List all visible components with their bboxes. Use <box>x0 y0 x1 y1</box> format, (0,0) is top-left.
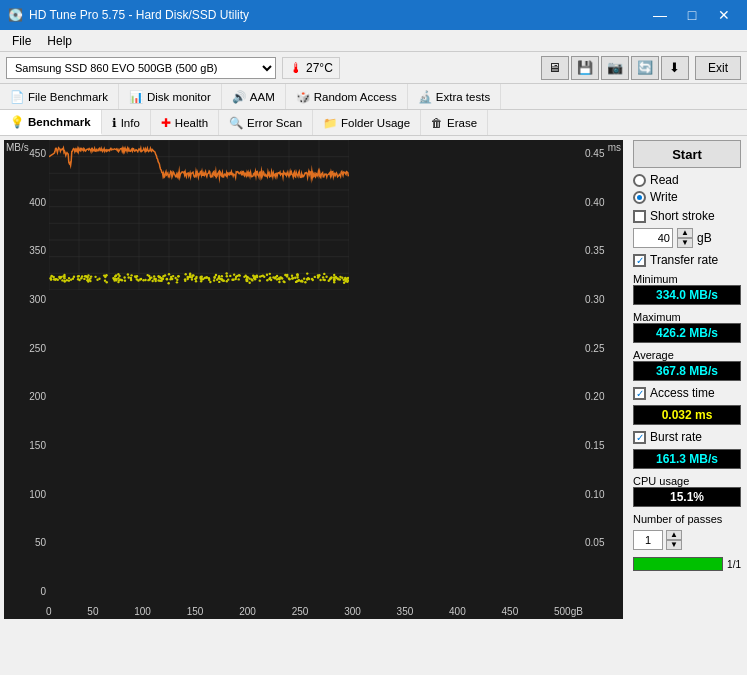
burst-rate-checkbox[interactable]: ✓ Burst rate <box>633 430 741 444</box>
temperature-badge: 🌡 27°C <box>282 57 340 79</box>
short-stroke-check-box <box>633 210 646 223</box>
tab-benchmark[interactable]: 💡 Benchmark <box>0 110 102 135</box>
write-radio-circle <box>633 191 646 204</box>
access-time-value: 0.032 ms <box>633 405 741 425</box>
toolbar: Samsung SSD 860 EVO 500GB (500 gB) 🌡 27°… <box>0 52 747 84</box>
read-write-group: Read Write <box>633 173 741 204</box>
start-button[interactable]: Start <box>633 140 741 168</box>
tab-error-scan[interactable]: 🔍 Error Scan <box>219 110 313 135</box>
menu-help[interactable]: Help <box>39 32 80 50</box>
transfer-rate-checkbox[interactable]: ✓ Transfer rate <box>633 253 741 267</box>
transfer-rate-check-box: ✓ <box>633 254 646 267</box>
tabs-row2: 💡 Benchmark ℹ Info ✚ Health 🔍 Error Scan… <box>0 110 747 136</box>
average-value: 367.8 MB/s <box>633 361 741 381</box>
tab-random-access[interactable]: 🎲 Random Access <box>286 84 408 109</box>
access-time-checkbox[interactable]: ✓ Access time <box>633 386 741 400</box>
tab-file-benchmark[interactable]: 📄 File Benchmark <box>0 84 119 109</box>
burst-rate-value: 161.3 MB/s <box>633 449 741 469</box>
disk-select[interactable]: Samsung SSD 860 EVO 500GB (500 gB) <box>6 57 276 79</box>
tabs-row1: 📄 File Benchmark 📊 Disk monitor 🔊 AAM 🎲 … <box>0 84 747 110</box>
tab-aam[interactable]: 🔊 AAM <box>222 84 286 109</box>
maximize-button[interactable]: □ <box>677 0 707 30</box>
toolbar-btn-3[interactable]: 📷 <box>601 56 629 80</box>
aam-icon: 🔊 <box>232 90 246 104</box>
passes-input[interactable] <box>633 530 663 550</box>
close-button[interactable]: ✕ <box>709 0 739 30</box>
tab-extra-tests[interactable]: 🔬 Extra tests <box>408 84 501 109</box>
y-right-axis: 0.45 0.40 0.35 0.30 0.25 0.20 0.15 0.10 … <box>585 148 621 597</box>
maximum-section: Maximum 426.2 MB/s <box>633 310 741 343</box>
read-radio[interactable]: Read <box>633 173 741 187</box>
minimum-value: 334.0 MB/s <box>633 285 741 305</box>
folder-usage-icon: 📁 <box>323 116 337 130</box>
app-title: HD Tune Pro 5.75 - Hard Disk/SSD Utility <box>29 8 249 22</box>
access-time-check-box: ✓ <box>633 387 646 400</box>
toolbar-btn-4[interactable]: 🔄 <box>631 56 659 80</box>
cpu-usage-section: CPU usage 15.1% <box>633 474 741 507</box>
x-axis: 0 50 100 150 200 250 300 350 400 450 500… <box>46 606 583 617</box>
tab-health[interactable]: ✚ Health <box>151 110 219 135</box>
file-benchmark-icon: 📄 <box>10 90 24 104</box>
stroke-spin-up[interactable]: ▲ <box>677 228 693 238</box>
title-bar: 💽 HD Tune Pro 5.75 - Hard Disk/SSD Utili… <box>0 0 747 30</box>
tab-folder-usage[interactable]: 📁 Folder Usage <box>313 110 421 135</box>
right-panel: Start Read Write Short stroke ▲ ▼ gB <box>627 136 747 623</box>
tab-erase[interactable]: 🗑 Erase <box>421 110 488 135</box>
benchmark-chart <box>49 140 349 290</box>
chart-container: MB/s ms 450 400 350 300 250 200 150 100 … <box>4 140 623 619</box>
menu-bar: File Help <box>0 30 747 52</box>
minimum-section: Minimum 334.0 MB/s <box>633 272 741 305</box>
y-left-axis: 450 400 350 300 250 200 150 100 50 0 <box>6 148 44 597</box>
short-stroke-checkbox[interactable]: Short stroke <box>633 209 741 223</box>
progress-label: 1/1 <box>727 559 741 570</box>
tab-disk-monitor[interactable]: 📊 Disk monitor <box>119 84 222 109</box>
passes-row: ▲ ▼ <box>633 530 741 550</box>
stroke-spin-down[interactable]: ▼ <box>677 238 693 248</box>
error-scan-icon: 🔍 <box>229 116 243 130</box>
menu-file[interactable]: File <box>4 32 39 50</box>
info-icon: ℹ <box>112 116 117 130</box>
passes-spin-up[interactable]: ▲ <box>666 530 682 540</box>
thermometer-icon: 🌡 <box>289 60 303 76</box>
random-access-icon: 🎲 <box>296 90 310 104</box>
write-radio[interactable]: Write <box>633 190 741 204</box>
stroke-row: ▲ ▼ gB <box>633 228 741 248</box>
main-area: MB/s ms 450 400 350 300 250 200 150 100 … <box>0 136 747 623</box>
stroke-spin: ▲ ▼ <box>677 228 693 248</box>
extra-tests-icon: 🔬 <box>418 90 432 104</box>
cpu-usage-value: 15.1% <box>633 487 741 507</box>
toolbar-btn-5[interactable]: ⬇ <box>661 56 689 80</box>
progress-bar-outer <box>633 557 723 571</box>
health-icon: ✚ <box>161 116 171 130</box>
minimize-button[interactable]: — <box>645 0 675 30</box>
maximum-value: 426.2 MB/s <box>633 323 741 343</box>
exit-button[interactable]: Exit <box>695 56 741 80</box>
erase-icon: 🗑 <box>431 117 443 129</box>
toolbar-btn-2[interactable]: 💾 <box>571 56 599 80</box>
read-radio-circle <box>633 174 646 187</box>
temperature-value: 27°C <box>306 61 333 75</box>
app-icon: 💽 <box>8 8 23 22</box>
toolbar-btn-1[interactable]: 🖥 <box>541 56 569 80</box>
passes-spin: ▲ ▼ <box>666 530 682 550</box>
tab-info[interactable]: ℹ Info <box>102 110 151 135</box>
progress-bar-inner <box>634 558 722 570</box>
passes-spin-down[interactable]: ▼ <box>666 540 682 550</box>
progress-row: 1/1 <box>633 557 741 571</box>
disk-monitor-icon: 📊 <box>129 90 143 104</box>
benchmark-icon: 💡 <box>10 115 24 129</box>
average-section: Average 367.8 MB/s <box>633 348 741 381</box>
stroke-input[interactable] <box>633 228 673 248</box>
burst-rate-check-box: ✓ <box>633 431 646 444</box>
